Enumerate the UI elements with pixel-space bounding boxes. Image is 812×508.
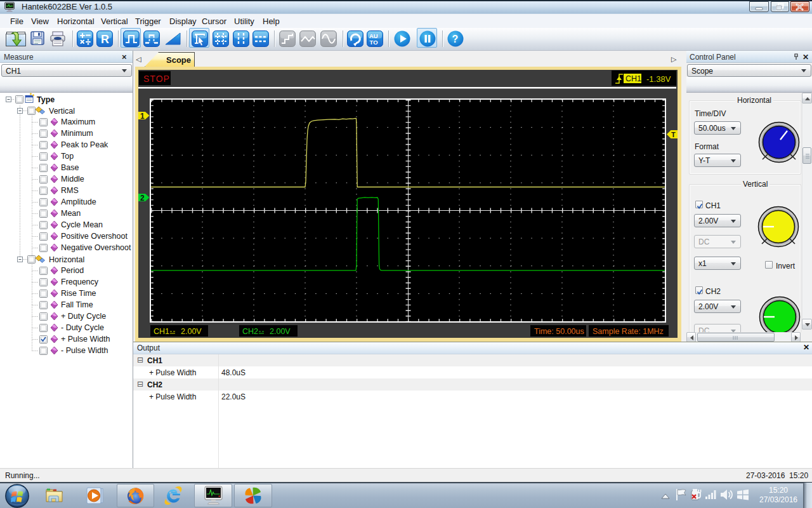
svg-text:-1.38V: -1.38V	[646, 74, 671, 84]
svg-text:CH1: CH1	[154, 327, 169, 336]
svg-text:Mean: Mean	[61, 209, 81, 218]
svg-text:Positive Overshoot: Positive Overshoot	[61, 232, 128, 241]
svg-text:CH1: CH1	[625, 74, 641, 83]
svg-text:+ Duty Cycle: + Duty Cycle	[61, 312, 106, 321]
svg-text:Time: 50.00us: Time: 50.00us	[534, 327, 584, 336]
svg-text:2.00V: 2.00V	[270, 327, 291, 336]
svg-text:Peak to Peak: Peak to Peak	[61, 140, 108, 149]
svg-text:Sample Rate: 1MHz: Sample Rate: 1MHz	[593, 327, 664, 336]
svg-text:Negative Overshoot: Negative Overshoot	[61, 243, 131, 252]
svg-text:R: R	[101, 33, 109, 46]
svg-text:Vertical: Vertical	[49, 107, 75, 116]
svg-text:TO: TO	[370, 39, 378, 46]
svg-text:1: 1	[140, 112, 145, 121]
svg-text:Fall Time: Fall Time	[61, 300, 93, 309]
svg-text:Middle: Middle	[61, 175, 84, 184]
svg-text:Maximum: Maximum	[61, 117, 95, 126]
svg-text:- Pulse Width: - Pulse Width	[61, 346, 108, 355]
svg-text:Period: Period	[61, 266, 84, 275]
svg-text:STOP: STOP	[143, 74, 170, 84]
svg-text:2.00V: 2.00V	[181, 327, 202, 336]
svg-text:- Duty Cycle: - Duty Cycle	[61, 323, 104, 332]
svg-text:?: ?	[452, 34, 459, 44]
svg-text:RMS: RMS	[61, 186, 79, 195]
svg-text:Minimum: Minimum	[61, 129, 93, 138]
svg-text:Cycle Mean: Cycle Mean	[61, 220, 103, 229]
svg-text:CH2: CH2	[242, 327, 258, 336]
svg-text:T: T	[671, 131, 676, 138]
svg-text:Base: Base	[61, 163, 79, 172]
svg-text:Horizontal: Horizontal	[49, 255, 84, 264]
svg-text:Frequency: Frequency	[61, 277, 99, 286]
svg-text:2: 2	[140, 194, 145, 203]
svg-text:Top: Top	[61, 152, 74, 161]
svg-text:Amplitude: Amplitude	[61, 197, 96, 206]
svg-text:+ Pulse Width: + Pulse Width	[61, 335, 110, 344]
svg-text:Type: Type	[37, 95, 55, 104]
svg-text:Rise Time: Rise Time	[61, 289, 96, 298]
